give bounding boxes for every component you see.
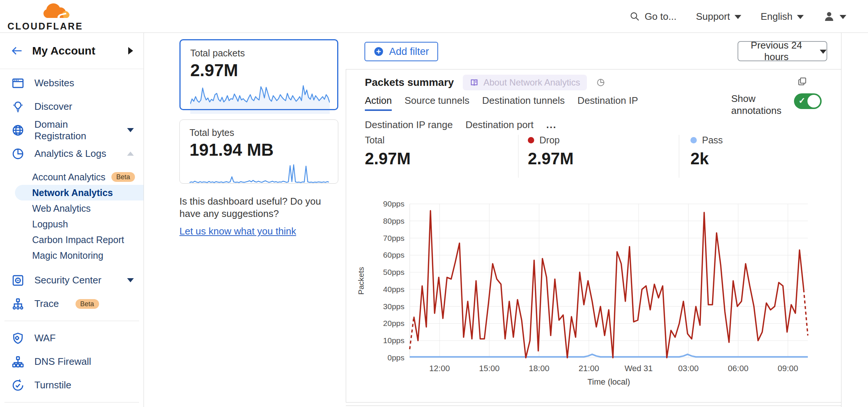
feedback-link[interactable]: Let us know what you think [179, 225, 296, 237]
svg-text:10pps: 10pps [383, 336, 404, 345]
about-network-analytics-pill[interactable]: About Network Analytics [463, 75, 587, 90]
stat-drop: Drop 2.97M [518, 135, 679, 178]
toggle-knob [807, 95, 820, 108]
total-packets-card[interactable]: Total packets 2.97M [179, 39, 338, 110]
sidebar-item-carbon-impact-report[interactable]: Carbon Impact Report [0, 232, 144, 248]
sidebar-item-dns-firewall[interactable]: DNS Firewall [0, 350, 144, 373]
book-icon [470, 78, 479, 87]
chevron-down-icon [735, 15, 741, 19]
stat-label: Pass [702, 135, 723, 146]
sidebar-item-websites[interactable]: Websites [0, 71, 144, 95]
trace-icon [11, 297, 25, 311]
sidebar-item-label: Web Analytics [32, 203, 91, 214]
more-tabs-button[interactable]: ... [546, 119, 557, 135]
sidebar-item-label: WAF [34, 332, 134, 344]
svg-text:0pps: 0pps [387, 353, 404, 362]
svg-text:18:00: 18:00 [529, 364, 550, 373]
sidebar-account-title[interactable]: My Account [32, 44, 119, 57]
svg-text:Wed 31: Wed 31 [625, 364, 653, 373]
svg-text:70pps: 70pps [383, 234, 404, 242]
stat-value: 2.97M [365, 149, 518, 168]
sidebar-item-label: Discover [34, 101, 134, 112]
sidebar-item-magic-monitoring[interactable]: Magic Monitoring [0, 248, 144, 263]
stats-row: Total 2.97M Drop 2.97M Pass 2k [346, 135, 841, 178]
sidebar-item-security-center[interactable]: Security Center [0, 268, 144, 292]
stat-total: Total 2.97M [346, 135, 518, 178]
language-menu[interactable]: English [761, 11, 804, 22]
card-label: Total packets [190, 48, 327, 59]
svg-text:Time (local): Time (local) [587, 377, 630, 386]
tab-destination-ip[interactable]: Destination IP [578, 95, 638, 111]
next-panel-edge [346, 406, 841, 407]
sidebar-item-label: Trace [34, 298, 59, 310]
tab-source-tunnels[interactable]: Source tunnels [404, 95, 469, 111]
sidebar-item-label: Carbon Impact Report [32, 234, 124, 245]
user-icon [823, 10, 835, 22]
time-range-selector[interactable]: Previous 24 hours [738, 41, 827, 61]
sidebar-item-label: Security Center [34, 274, 117, 286]
show-annotations-label: Show annotations [731, 93, 780, 116]
svg-text:40pps: 40pps [383, 285, 404, 293]
sidebar-item-web-analytics[interactable]: Web Analytics [0, 201, 144, 216]
sidebar-item-discover[interactable]: Discover [0, 95, 144, 118]
packets-summary-panel: Packets summary About Network Analytics … [346, 69, 841, 403]
sidebar-item-analytics-logs[interactable]: Analytics & Logs [0, 142, 144, 165]
svg-text:20pps: 20pps [383, 319, 404, 327]
support-menu[interactable]: Support [696, 11, 741, 22]
sidebar-item-waf[interactable]: WAF [0, 326, 144, 350]
sidebar-item-network-analytics[interactable]: Network Analytics [15, 185, 144, 201]
sidebar-item-turnstile[interactable]: Turnstile [0, 373, 144, 397]
tab-action[interactable]: Action [365, 95, 392, 111]
chevron-down-icon [797, 15, 804, 19]
sidebar-item-label: Account Analytics [32, 172, 105, 183]
tab-destination-tunnels[interactable]: Destination tunnels [482, 95, 565, 111]
beta-badge: Beta [111, 172, 135, 182]
browser-icon [11, 77, 25, 90]
sidebar-item-account-analytics[interactable]: Account Analytics Beta [0, 169, 144, 185]
sidebar-item-logpush[interactable]: Logpush [0, 216, 144, 232]
back-arrow-icon[interactable] [10, 44, 23, 57]
svg-text:Packets: Packets [357, 267, 365, 295]
sidebar-item-label: Turnstile [34, 379, 134, 391]
beta-badge: Beta [76, 299, 99, 309]
svg-text:30pps: 30pps [383, 302, 404, 311]
tab-destination-port[interactable]: Destination port [465, 119, 533, 135]
check-icon: ✓ [798, 96, 805, 106]
sidebar-item-domain-registration[interactable]: Domain Registration [0, 118, 144, 142]
expand-panel-icon[interactable] [797, 76, 807, 87]
sidebar-divider [4, 321, 139, 321]
tab-destination-ip-range[interactable]: Destination IP range [365, 119, 453, 135]
show-annotations-toggle[interactable]: ✓ [794, 93, 822, 109]
sidebar-item-label: Network Analytics [32, 187, 113, 198]
goto-search[interactable]: Go to... [630, 11, 676, 22]
add-filter-button[interactable]: Add filter [364, 42, 438, 61]
time-range-label: Previous 24 hours [738, 40, 815, 63]
globe-icon [11, 124, 25, 137]
sidebar-item-label: Websites [34, 77, 134, 89]
shield-gear-icon [11, 332, 25, 345]
stat-label: Total [365, 135, 385, 146]
dimension-tabs: Action Source tunnels Destination tunnel… [365, 95, 694, 135]
chevron-right-icon[interactable] [128, 47, 133, 55]
svg-text:80pps: 80pps [383, 217, 404, 225]
search-icon [630, 11, 640, 22]
cloudflare-logo[interactable]: CLOUDFLARE [7, 1, 74, 31]
svg-text:50pps: 50pps [383, 268, 404, 276]
sitemap-icon [11, 355, 25, 369]
pie-chart-icon [11, 147, 25, 161]
language-label: English [761, 11, 792, 22]
pie-slice-icon[interactable] [596, 78, 606, 87]
chevron-down-icon [820, 50, 827, 54]
sidebar-item-trace[interactable]: Trace Beta [0, 292, 144, 316]
account-menu[interactable] [823, 10, 846, 22]
sidebar-item-label: Domain Registration [34, 119, 117, 142]
top-nav: CLOUDFLARE Go to... Support English [0, 0, 868, 33]
feedback-question: Is this dashboard useful? Do you have an… [179, 195, 340, 220]
brand-wordmark: CLOUDFLARE [7, 21, 83, 32]
stat-value: 2k [690, 149, 723, 168]
sidebar: My Account Websites Discover Domain Regi [0, 33, 144, 407]
stat-pass: Pass 2k [679, 135, 723, 178]
svg-text:12:00: 12:00 [429, 364, 450, 373]
plus-circle-icon [373, 46, 384, 57]
total-bytes-card[interactable]: Total bytes 191.94 MB [179, 119, 338, 184]
